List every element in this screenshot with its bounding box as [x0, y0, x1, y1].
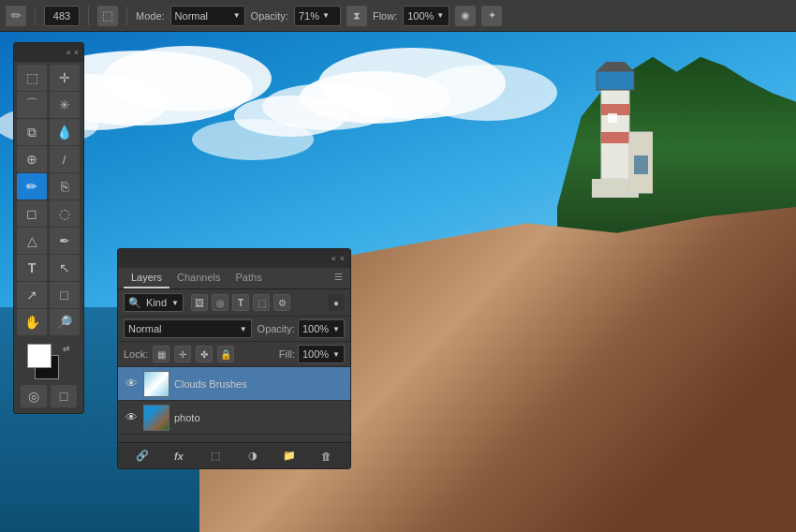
opacity-label: Opacity:	[251, 10, 288, 22]
flow-arrow-icon: ▼	[436, 11, 444, 20]
blend-mode-arrow-icon: ▼	[240, 325, 247, 333]
svg-rect-15	[608, 113, 617, 123]
svg-rect-18	[634, 155, 648, 174]
layer-opacity-value: 100%	[302, 323, 329, 334]
layers-tabs: Layers Channels Paths ☰	[118, 268, 350, 289]
magic-wand-tool-btn[interactable]: ✳	[50, 92, 80, 118]
healing-brush-tool-btn[interactable]: ⊕	[17, 146, 47, 172]
left-panel-close-btn[interactable]: ×	[74, 48, 79, 57]
layers-panel-menu-icon[interactable]: ☰	[332, 268, 345, 288]
fill-label: Fill:	[279, 348, 295, 360]
filter-icons-group: 🖼 ◎ T ⬚ ⚙	[191, 294, 290, 311]
mode-dropdown[interactable]: Normal ▼	[170, 6, 245, 26]
layers-panel-controls: « ×	[332, 254, 345, 263]
shape-tool-btn[interactable]: □	[50, 282, 80, 308]
flow-input[interactable]: 100% ▼	[403, 6, 450, 26]
filter-shape-icon[interactable]: ⬚	[253, 294, 270, 311]
move-tool-btn[interactable]: ✛	[50, 65, 80, 91]
brush-preset-icon[interactable]: ⬚	[97, 6, 118, 26]
lasso-tool-btn[interactable]: ⌒	[17, 92, 47, 118]
layer-visibility-clouds[interactable]: 👁	[124, 377, 139, 392]
filter-toggle-btn[interactable]: ●	[328, 294, 345, 311]
filter-dropdown-arrow-icon: ▼	[171, 299, 179, 307]
layer-name-clouds: Clouds Brushes	[174, 378, 345, 390]
opacity-value: 71%	[299, 10, 319, 22]
dodge-tool-btn[interactable]: △	[17, 228, 47, 254]
path-selection-tool-btn[interactable]: ↖	[50, 255, 80, 281]
flow-label: Flow:	[373, 10, 397, 22]
toolbar-sep-2	[88, 7, 89, 25]
layer-visibility-photo[interactable]: 👁	[124, 410, 139, 425]
foreground-color-swatch[interactable]	[27, 344, 52, 368]
lock-all-btn[interactable]: 🔒	[217, 346, 234, 362]
direct-selection-tool-btn[interactable]: ↗	[17, 282, 47, 308]
opacity-input[interactable]: 71% ▼	[294, 6, 341, 26]
lock-pixels-btn[interactable]: ✛	[174, 346, 191, 362]
tab-layers[interactable]: Layers	[124, 268, 170, 288]
layer-opacity-input[interactable]: 100% ▼	[298, 319, 345, 338]
crop-tool-btn[interactable]: ⧉	[17, 119, 47, 145]
eraser-tool-btn[interactable]: ◻	[17, 200, 47, 227]
layer-blend-mode-value: Normal	[128, 323, 161, 334]
layer-item-photo[interactable]: 👁 photo	[118, 401, 350, 435]
layers-lock-row: Lock: ▦ ✛ ✤ 🔒 Fill: 100% ▼	[118, 342, 350, 367]
tab-channels[interactable]: Channels	[170, 268, 228, 288]
marquee-tool-btn[interactable]: ⬚	[17, 65, 47, 91]
fill-value-input[interactable]: 100% ▼	[298, 345, 345, 363]
left-panel-collapse-btn[interactable]: «	[66, 48, 71, 57]
toolbar-sep-1	[35, 7, 36, 25]
brush-tool-btn[interactable]: ✏	[17, 173, 47, 200]
pen-tool-btn[interactable]: ✒	[50, 228, 80, 254]
layer-fx-btn[interactable]: fx	[170, 447, 188, 466]
layer-thumbnail-clouds	[143, 371, 170, 397]
svg-point-2	[103, 46, 272, 111]
layers-filter-row: 🔍 Kind ▼ 🖼 ◎ T ⬚ ⚙ ●	[118, 289, 350, 317]
stylus-pressure-icon[interactable]: ✦	[481, 6, 502, 26]
layer-adjustment-btn[interactable]: ◑	[243, 447, 262, 466]
layer-link-btn[interactable]: 🔗	[133, 447, 152, 466]
tools-grid: ⬚ ✛ ⌒ ✳ ⧉ 💧 ⊕ / ✏ ⎘ ◻ ◌ △ ✒ T ↖ ↗ □ ✋	[14, 62, 83, 338]
eyedropper-tool-btn[interactable]: 💧	[50, 119, 80, 145]
layer-filter-dropdown[interactable]: 🔍 Kind ▼	[124, 293, 184, 312]
svg-point-9	[192, 119, 314, 160]
layers-panel-close-btn[interactable]: ×	[340, 254, 345, 263]
hand-tool-btn[interactable]: ✋	[17, 309, 47, 335]
clone-stamp-tool-btn[interactable]: ⎘	[50, 173, 80, 200]
tab-paths[interactable]: Paths	[228, 268, 270, 288]
quick-mask-mode-btn[interactable]: ◎	[21, 385, 47, 407]
lock-position-btn[interactable]: ✤	[196, 346, 213, 362]
lock-transparent-btn[interactable]: ▦	[153, 346, 170, 362]
layers-panel-header[interactable]: « ×	[118, 249, 350, 268]
layers-panel-collapse-btn[interactable]: «	[332, 254, 336, 263]
opacity-jitter-icon[interactable]: ⧗	[346, 6, 367, 26]
filter-adjustment-icon[interactable]: ◎	[212, 294, 228, 311]
airbrush-icon[interactable]: ◉	[455, 6, 476, 26]
pencil-tool-btn[interactable]: /	[50, 146, 80, 172]
layer-group-btn[interactable]: 📁	[280, 447, 299, 466]
filter-pixel-icon[interactable]: 🖼	[191, 294, 208, 311]
color-swatches: ⇄	[27, 344, 70, 379]
brush-tool-icon[interactable]: ✏	[6, 6, 26, 26]
mode-label: Mode:	[136, 10, 165, 22]
left-panel-header[interactable]: « ×	[14, 43, 83, 62]
lock-label: Lock:	[124, 348, 148, 360]
swap-colors-btn[interactable]: ⇄	[63, 344, 70, 379]
layer-mask-btn[interactable]: ⬚	[206, 447, 225, 466]
svg-marker-14	[597, 62, 634, 71]
layers-mode-row: Normal ▼ Opacity: 100% ▼	[118, 317, 350, 342]
brush-size-input[interactable]: 483	[44, 6, 80, 26]
svg-rect-13	[597, 71, 634, 90]
layer-delete-btn[interactable]: 🗑	[317, 447, 335, 466]
svg-rect-12	[601, 132, 629, 143]
layer-item-clouds[interactable]: 👁 Clouds Brushes	[118, 367, 350, 401]
screen-mode-btn[interactable]: □	[51, 385, 77, 407]
blur-tool-btn[interactable]: ◌	[50, 200, 80, 227]
left-panel-controls: « ×	[66, 48, 79, 57]
left-tool-panel: « × ⬚ ✛ ⌒ ✳ ⧉ 💧 ⊕ / ✏ ⎘ ◻ ◌ △ ✒ T ↖	[13, 42, 84, 414]
filter-type-icon[interactable]: T	[232, 294, 249, 311]
type-tool-btn[interactable]: T	[17, 255, 47, 281]
layers-list: 👁 Clouds Brushes 👁 photo	[118, 367, 350, 442]
zoom-tool-btn[interactable]: 🔎	[50, 309, 80, 335]
layer-blend-mode-dropdown[interactable]: Normal ▼	[124, 319, 252, 338]
filter-smart-icon[interactable]: ⚙	[273, 294, 290, 311]
